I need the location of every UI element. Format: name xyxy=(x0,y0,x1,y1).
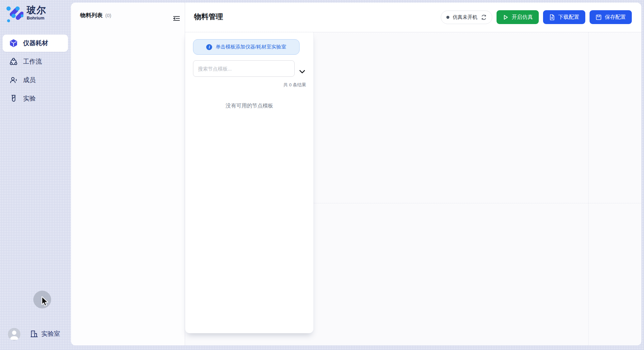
sidebar-item-experiments[interactable]: 实验 xyxy=(3,90,68,107)
brand-name-zh: 玻尔 xyxy=(27,5,47,15)
sidebar-item-members[interactable]: 成员 xyxy=(3,72,68,89)
user-avatar[interactable] xyxy=(8,328,20,340)
info-banner: i 单击模板添加仪器/耗材至实验室 xyxy=(193,39,300,55)
header-actions: 仿真未开机 开启仿真 xyxy=(441,10,632,24)
brand-name-en: Bohrium xyxy=(27,15,47,21)
app-root: 玻尔 Bohrium 仪器耗材 工作流 xyxy=(0,0,644,350)
material-list-title: 物料列表 xyxy=(80,12,103,19)
info-banner-text: 单击模板添加仪器/耗材至实验室 xyxy=(215,44,286,50)
canvas-grid-line xyxy=(588,32,589,345)
mouse-cursor xyxy=(40,296,49,307)
download-config-label: 下载配置 xyxy=(558,14,579,21)
sim-status-pill[interactable]: 仿真未开机 xyxy=(441,11,492,24)
sidebar-item-instruments[interactable]: 仪器耗材 xyxy=(3,35,68,52)
save-icon xyxy=(596,14,602,20)
result-count: 共 0 条结果 xyxy=(193,82,306,88)
main-header: 物料管理 仿真未开机 开启仿真 xyxy=(185,3,641,32)
sidebar-item-label: 仪器耗材 xyxy=(23,39,48,47)
bohrium-logo-icon xyxy=(6,5,23,23)
lab-building-icon xyxy=(30,330,38,338)
play-icon xyxy=(502,14,509,20)
material-list-header: 物料列表 (0) xyxy=(80,12,111,19)
lab-label: 实验室 xyxy=(41,330,60,338)
start-simulation-button[interactable]: 开启仿真 xyxy=(497,10,539,24)
workflow-icon xyxy=(9,57,18,66)
lab-entry[interactable]: 实验室 xyxy=(30,330,60,338)
experiment-icon xyxy=(9,94,18,103)
material-list-panel: 物料列表 (0) xyxy=(71,3,185,345)
refresh-icon[interactable] xyxy=(481,15,487,20)
material-list-count: (0) xyxy=(105,13,111,18)
brand-logo: 玻尔 Bohrium xyxy=(6,5,47,23)
info-icon: i xyxy=(206,44,212,50)
sim-status-dot-icon xyxy=(446,16,449,19)
sidebar-item-label: 成员 xyxy=(23,76,36,84)
content-card: 物料列表 (0) 物料管理 仿真未开机 xyxy=(71,3,641,345)
flow-canvas[interactable]: i 单击模板添加仪器/耗材至实验室 共 0 条结果 没有可用的节点模板 美化布局 xyxy=(185,32,641,345)
sidebar-footer: 实验室 xyxy=(0,328,71,341)
sidebar-menu: 仪器耗材 工作流 成员 xyxy=(3,35,68,108)
start-simulation-label: 开启仿真 xyxy=(512,14,533,21)
search-node-template-input[interactable] xyxy=(193,60,295,77)
node-templates-panel: i 单击模板添加仪器/耗材至实验室 共 0 条结果 没有可用的节点模板 xyxy=(185,32,314,333)
cube-icon xyxy=(9,39,18,47)
save-config-label: 保存配置 xyxy=(605,14,626,21)
sidebar-item-workflow[interactable]: 工作流 xyxy=(3,53,68,70)
members-icon xyxy=(9,76,18,84)
sidebar-item-label: 实验 xyxy=(23,94,36,103)
avatar-person-icon xyxy=(8,328,20,340)
chevron-down-icon[interactable] xyxy=(298,67,306,76)
file-download-icon xyxy=(549,14,555,20)
empty-templates-text: 没有可用的节点模板 xyxy=(185,102,314,109)
save-config-button[interactable]: 保存配置 xyxy=(590,10,632,24)
sidebar-item-label: 工作流 xyxy=(23,57,42,66)
page-title: 物料管理 xyxy=(194,12,223,22)
download-config-button[interactable]: 下载配置 xyxy=(543,10,585,24)
menu-fold-icon[interactable] xyxy=(173,15,180,22)
sim-status-text: 仿真未开机 xyxy=(453,14,477,20)
